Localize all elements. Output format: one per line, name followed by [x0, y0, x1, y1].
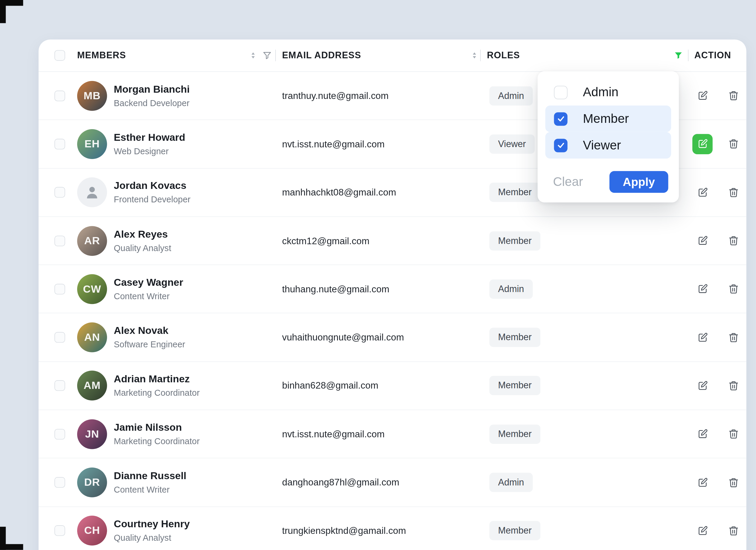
column-divider — [275, 50, 276, 61]
roles-filter-option[interactable]: Viewer — [545, 132, 671, 159]
avatar: CH — [77, 516, 107, 546]
avatar-initials: DR — [84, 476, 100, 489]
edit-icon — [697, 187, 708, 198]
table-row: CH Courtney Henry Quality Analyst trungk… — [39, 507, 746, 550]
member-title: Content Writer — [114, 291, 183, 301]
edit-button[interactable] — [692, 182, 713, 203]
member-title: Content Writer — [114, 485, 186, 495]
row-checkbox[interactable] — [54, 380, 65, 391]
roles-filter-option[interactable]: Member — [545, 106, 671, 132]
clear-button[interactable]: Clear — [553, 175, 583, 190]
row-checkbox[interactable] — [54, 284, 65, 294]
row-checkbox[interactable] — [54, 429, 65, 439]
roles-filter-option[interactable]: Admin — [545, 79, 671, 106]
edit-button[interactable] — [692, 86, 713, 106]
delete-button[interactable] — [723, 472, 743, 493]
row-checkbox[interactable] — [54, 236, 65, 246]
row-checkbox[interactable] — [54, 477, 65, 487]
role-badge: Admin — [489, 86, 533, 105]
member-title: Software Engineer — [114, 340, 185, 350]
member-email: trungkienspktnd@gamail.com — [282, 525, 406, 536]
member-name: Jamie Nilsson — [114, 421, 199, 433]
edit-button[interactable] — [692, 424, 713, 444]
select-all-checkbox[interactable] — [54, 50, 65, 61]
delete-button[interactable] — [723, 424, 743, 444]
edit-icon — [697, 477, 708, 488]
option-checkbox[interactable] — [554, 86, 567, 99]
edit-button[interactable] — [692, 231, 713, 251]
person-icon — [84, 184, 100, 201]
member-identity: Adrian Martinez Marketing Coordinator — [114, 373, 199, 398]
member-identity: Jordan Kovacs Frontend Developer — [114, 180, 190, 205]
table-header: MEMBERS EMAIL ADDRESS ROLES ACTION — [39, 39, 746, 72]
role-badge: Member — [489, 231, 540, 250]
table-row: AN Alex Novak Software Engineer vuhaithu… — [39, 313, 746, 362]
delete-button[interactable] — [723, 327, 743, 348]
role-badge: Member — [489, 183, 540, 202]
row-checkbox[interactable] — [54, 187, 65, 198]
members-sort-icon[interactable] — [248, 50, 258, 61]
option-label: Viewer — [583, 138, 621, 153]
option-checkbox[interactable] — [554, 139, 567, 152]
row-checkbox[interactable] — [54, 525, 65, 536]
row-checkbox[interactable] — [54, 332, 65, 342]
member-identity: Alex Novak Software Engineer — [114, 325, 185, 350]
delete-button[interactable] — [723, 231, 743, 251]
delete-button[interactable] — [723, 182, 743, 203]
members-filter-icon[interactable] — [262, 50, 272, 61]
edit-icon — [697, 284, 708, 295]
edit-button[interactable] — [692, 279, 713, 299]
trash-icon — [728, 284, 739, 295]
avatar-initials: AN — [84, 331, 100, 344]
role-badge: Member — [489, 376, 540, 395]
row-checkbox[interactable] — [54, 91, 65, 101]
avatar-initials: MB — [84, 89, 101, 102]
role-badge: Admin — [489, 473, 533, 492]
delete-button[interactable] — [723, 86, 743, 106]
avatar: AR — [77, 226, 107, 256]
member-email: nvt.isst.nute@gmail.com — [282, 138, 385, 150]
roles-filter-dropdown: Admin Member Viewer Clear Apply — [538, 71, 679, 203]
delete-button[interactable] — [723, 134, 743, 154]
avatar-initials: EH — [84, 138, 100, 150]
trash-icon — [728, 525, 739, 536]
avatar: JN — [77, 419, 107, 449]
email-sort-icon[interactable] — [469, 50, 480, 61]
member-identity: Jamie Nilsson Marketing Coordinator — [114, 421, 199, 447]
member-email: danghoang87hl@gmail.com — [282, 477, 399, 488]
delete-button[interactable] — [723, 521, 743, 541]
edit-icon — [697, 525, 708, 536]
delete-button[interactable] — [723, 376, 743, 396]
edit-icon — [697, 380, 708, 391]
avatar-initials: CW — [83, 283, 101, 295]
member-title: Quality Analyst — [114, 243, 171, 253]
check-icon — [557, 115, 565, 123]
edit-icon — [697, 235, 708, 246]
trash-icon — [728, 187, 739, 198]
delete-button[interactable] — [723, 279, 743, 299]
trash-icon — [728, 332, 739, 343]
table-row: JN Jamie Nilsson Marketing Coordinator n… — [39, 410, 746, 458]
edit-icon — [697, 332, 708, 343]
apply-button[interactable]: Apply — [609, 171, 668, 193]
edit-button[interactable] — [692, 472, 713, 493]
roles-filter-footer: Clear Apply — [545, 171, 671, 193]
member-name: Dianne Russell — [114, 470, 186, 482]
edit-button[interactable] — [692, 134, 713, 154]
member-name: Courtney Henry — [114, 518, 190, 530]
member-name: Alex Reyes — [114, 228, 171, 240]
roles-filter-icon[interactable] — [673, 50, 684, 61]
trash-icon — [728, 477, 739, 488]
edit-button[interactable] — [692, 327, 713, 348]
roles-column-header: ROLES — [487, 50, 520, 61]
edit-button[interactable] — [692, 521, 713, 541]
corner-mark-top-left — [0, 0, 23, 23]
edit-button[interactable] — [692, 376, 713, 396]
role-badge: Member — [489, 521, 540, 540]
member-name: Esther Howard — [114, 132, 185, 143]
avatar — [77, 178, 107, 208]
trash-icon — [728, 380, 739, 391]
member-name: Morgan Bianchi — [114, 83, 190, 95]
row-checkbox[interactable] — [54, 139, 65, 149]
option-checkbox[interactable] — [554, 112, 567, 126]
